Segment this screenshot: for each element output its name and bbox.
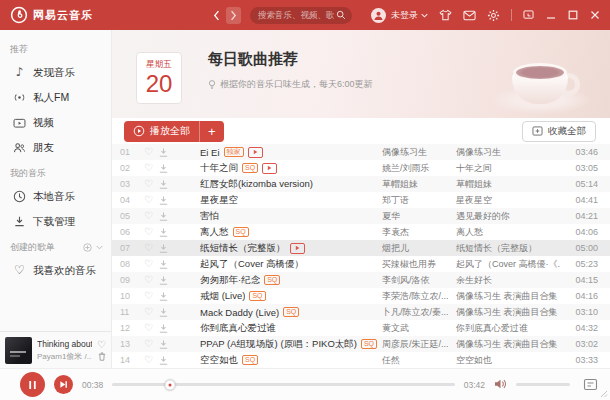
song-title-cell[interactable]: 红唇女郎(kizomba version)	[176, 178, 382, 191]
sidebar-item-0-0[interactable]: ♪发现音乐	[0, 60, 111, 85]
progress-bar[interactable]	[112, 383, 454, 386]
like-icon[interactable]: ♡	[144, 179, 158, 189]
song-artist[interactable]: 草帽姐妹	[382, 178, 456, 191]
song-album[interactable]: 偶像练习生 表演曲目合集	[456, 306, 560, 319]
song-album[interactable]: 你到底真心爱过谁	[456, 322, 560, 335]
like-icon[interactable]: ♡	[144, 147, 158, 157]
song-artist[interactable]: 黄文武	[382, 322, 456, 335]
back-button[interactable]	[209, 7, 224, 24]
like-icon[interactable]: ♡	[144, 339, 158, 349]
song-row[interactable]: 03♡红唇女郎(kizomba version)草帽姐妹草帽姐妹05:14	[112, 176, 610, 192]
close-icon[interactable]	[589, 10, 600, 21]
download-icon[interactable]	[158, 307, 176, 318]
like-icon[interactable]: ♡	[144, 243, 158, 253]
song-album[interactable]: 十年之间	[456, 162, 560, 175]
download-icon[interactable]	[158, 291, 176, 302]
song-row[interactable]: 01♡Ei Ei独家偶像练习生偶像练习生03:46	[112, 144, 610, 160]
sidebar-item-0-1[interactable]: 私人FM	[0, 85, 111, 110]
song-artist[interactable]: 烟把儿	[382, 242, 456, 255]
like-icon[interactable]: ♡	[97, 340, 106, 349]
login-button[interactable]: 未登录	[391, 9, 428, 22]
download-icon[interactable]	[158, 147, 176, 158]
skin-icon[interactable]	[439, 9, 452, 22]
now-playing-title[interactable]: Thinking about u	[37, 339, 92, 349]
song-row[interactable]: 10♡戒烟 (Live)SQ李荣浩/陈立农/...偶像练习生 表演曲目合集04:…	[112, 288, 610, 304]
download-icon[interactable]	[158, 179, 176, 190]
avatar[interactable]	[371, 8, 386, 23]
download-icon[interactable]	[158, 211, 176, 222]
add-all-button[interactable]: +	[200, 125, 224, 138]
song-album[interactable]: 余生好长	[456, 274, 560, 287]
song-album[interactable]: 草帽姐妹	[456, 178, 560, 191]
download-icon[interactable]	[158, 227, 176, 238]
sidebar-item-1-0[interactable]: 本地音乐	[0, 184, 111, 209]
sidebar-item-1-1[interactable]: 下载管理	[0, 209, 111, 234]
like-icon[interactable]: ♡	[144, 323, 158, 333]
play-all-button[interactable]: 播放全部 +	[124, 121, 224, 142]
playlist-icon[interactable]	[583, 377, 598, 392]
download-icon[interactable]	[158, 195, 176, 206]
forward-button[interactable]	[226, 7, 241, 24]
delete-icon[interactable]	[98, 352, 106, 361]
download-icon[interactable]	[158, 243, 176, 254]
song-row[interactable]: 04♡星夜星空郑丁语星夜星空04:41	[112, 192, 610, 208]
mv-badge[interactable]	[248, 147, 263, 158]
song-title-cell[interactable]: 星夜星空	[176, 194, 382, 207]
collect-all-button[interactable]: 收藏全部	[522, 121, 596, 142]
like-icon[interactable]: ♡	[144, 275, 158, 285]
song-title-cell[interactable]: Ei Ei独家	[176, 147, 382, 158]
album-art[interactable]	[5, 337, 32, 364]
like-icon[interactable]: ♡	[144, 259, 158, 269]
app-logo-icon[interactable]	[10, 6, 28, 24]
like-icon[interactable]: ♡	[144, 195, 158, 205]
settings-gear-icon[interactable]	[487, 9, 500, 22]
like-icon[interactable]: ♡	[144, 291, 158, 301]
song-album[interactable]: 星夜星空	[456, 194, 560, 207]
download-icon[interactable]	[158, 355, 176, 366]
song-album[interactable]: 偶像练习生 表演曲目合集	[456, 290, 560, 303]
mv-badge[interactable]	[262, 163, 277, 174]
download-icon[interactable]	[158, 163, 176, 174]
sidebar-item-2-0[interactable]: ♡我喜欢的音乐	[0, 258, 111, 283]
like-icon[interactable]: ♡	[144, 163, 158, 173]
song-artist[interactable]: 李剑风/洛依	[382, 274, 456, 287]
mv-badge[interactable]	[290, 243, 305, 254]
song-row[interactable]: 11♡Mack Daddy (Live)SQ卜凡/陈立农/秦...偶像练习生 表…	[112, 304, 610, 320]
resize-grip[interactable]	[600, 390, 608, 398]
minimize-icon[interactable]	[545, 10, 556, 21]
sidebar-item-0-3[interactable]: 朋友	[0, 135, 111, 160]
song-title-cell[interactable]: Mack Daddy (Live)SQ	[176, 307, 382, 318]
like-icon[interactable]: ♡	[144, 211, 158, 221]
song-artist[interactable]: 卜凡/陈立农/秦...	[382, 306, 456, 319]
song-row[interactable]: 02♡十年之间SQ姚兰/刘雨乐十年之间03:05	[112, 160, 610, 176]
song-row[interactable]: 08♡起风了（Cover 高橋優）买辣椒也用券起风了（Cover 高橋優·《..…	[112, 256, 610, 272]
song-album[interactable]: 起风了（Cover 高橋優·《...	[456, 258, 560, 271]
song-album[interactable]: 偶像练习生 表演曲目合集	[456, 338, 560, 351]
song-title-cell[interactable]: 起风了（Cover 高橋優）	[176, 258, 382, 271]
add-playlist-icon[interactable]	[83, 243, 92, 252]
search-input[interactable]	[256, 9, 336, 21]
progress-handle[interactable]	[165, 379, 176, 390]
pause-button[interactable]	[20, 372, 45, 397]
song-artist[interactable]: 姚兰/刘雨乐	[382, 162, 456, 175]
song-artist[interactable]: 李袁杰	[382, 226, 456, 239]
search-icon[interactable]	[336, 10, 346, 20]
song-row[interactable]: 05♡害怕夏华遇见最好的你04:21	[112, 208, 610, 224]
volume-icon[interactable]	[494, 378, 507, 391]
song-title-cell[interactable]: 纸短情长（完整版）	[176, 242, 382, 255]
song-title-cell[interactable]: 十年之间SQ	[176, 162, 382, 175]
volume-bar[interactable]	[516, 383, 570, 386]
sidebar-item-0-2[interactable]: 视频	[0, 110, 111, 135]
song-artist[interactable]: 偶像练习生	[382, 146, 456, 159]
song-title-cell[interactable]: PPAP (A组现场版) (原唱：PIKO太郎)SQ	[176, 338, 382, 351]
song-row[interactable]: 14♡空空如也SQ任然空空如也03:33	[112, 352, 610, 368]
download-icon[interactable]	[158, 339, 176, 350]
maximize-icon[interactable]	[567, 10, 578, 21]
song-title-cell[interactable]: 你到底真心爱过谁	[176, 322, 382, 335]
like-icon[interactable]: ♡	[144, 227, 158, 237]
song-album[interactable]: 遇见最好的你	[456, 210, 560, 223]
song-title-cell[interactable]: 离人愁SQ	[176, 226, 382, 239]
song-album[interactable]: 偶像练习生	[456, 146, 560, 159]
song-row[interactable]: 12♡你到底真心爱过谁黄文武你到底真心爱过谁04:32	[112, 320, 610, 336]
download-icon[interactable]	[158, 259, 176, 270]
